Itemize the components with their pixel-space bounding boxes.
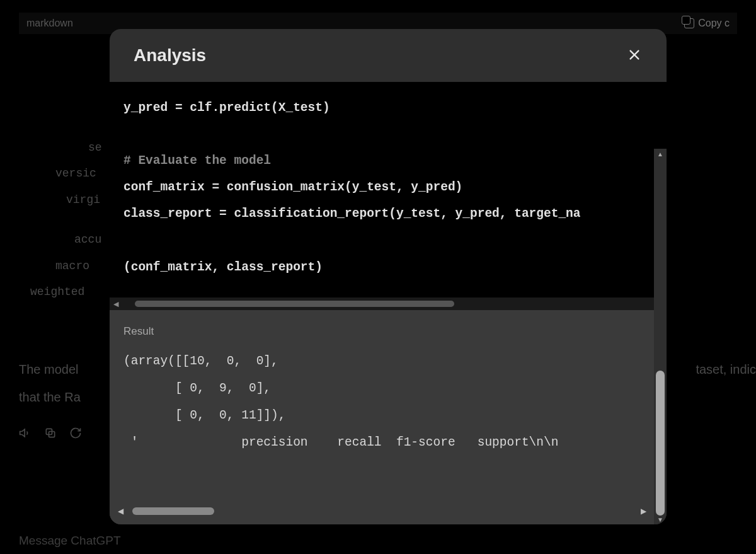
result-content[interactable]: (array([[10, 0, 0], [ 0, 9, 0], [ 0, 0, … <box>123 348 640 456</box>
modal-title: Analysis <box>134 45 206 66</box>
scrollbar-thumb[interactable] <box>135 301 454 307</box>
result-horizontal-scrollbar[interactable]: ◀ ▶ <box>116 505 648 517</box>
modal-vertical-scrollbar[interactable]: ▲ ▼ <box>654 149 667 524</box>
code-content[interactable]: y_pred = clf.predict(X_test) # Evaluate … <box>110 82 667 293</box>
code-panel: y_pred = clf.predict(X_test) # Evaluate … <box>110 82 667 310</box>
scrollbar-thumb[interactable] <box>132 507 214 515</box>
modal-header: Analysis <box>110 29 667 82</box>
scroll-right-arrow[interactable]: ▶ <box>639 507 648 516</box>
code-horizontal-scrollbar[interactable]: ◀ ▶ <box>110 297 667 310</box>
close-button[interactable] <box>627 48 643 63</box>
scroll-left-arrow[interactable]: ◀ <box>110 297 122 310</box>
analysis-modal: Analysis y_pred = clf.predict(X_test) # … <box>110 29 667 524</box>
result-panel: Result (array([[10, 0, 0], [ 0, 9, 0], [… <box>110 310 654 524</box>
scroll-up-arrow[interactable]: ▲ <box>654 149 667 159</box>
result-label: Result <box>123 325 640 338</box>
scroll-left-arrow[interactable]: ◀ <box>116 507 125 516</box>
scrollbar-thumb[interactable] <box>656 371 665 516</box>
